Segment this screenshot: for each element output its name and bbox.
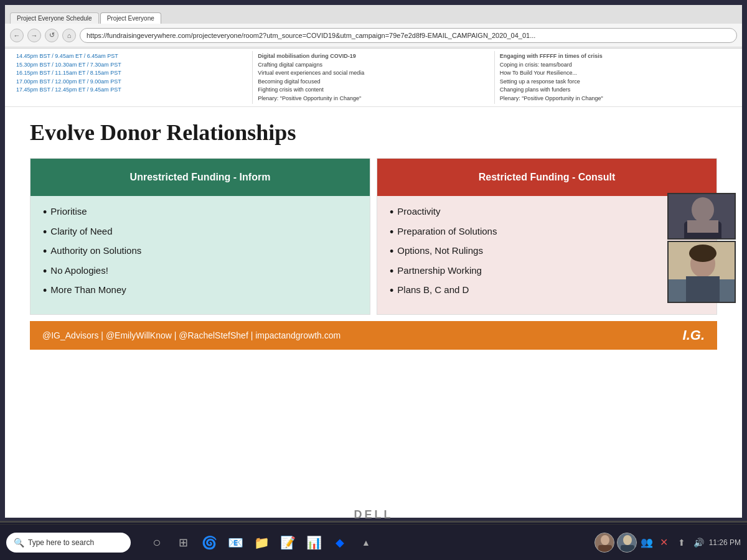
engaging-header: Engaging with FFFFF in times of crisis [500, 52, 731, 61]
dropbox-button[interactable]: ◆ [330, 533, 350, 553]
session-digital-4: Fighting crisis with content [258, 86, 489, 95]
dell-label: DELL [354, 508, 393, 521]
search-icon: 🔍 [14, 538, 24, 548]
restricted-header: Restricted Funding - Consult [377, 159, 716, 196]
bullet-no-apologies: • No Apologies! [43, 265, 357, 279]
bullet-authority: • Authority on Solutions [43, 245, 357, 259]
svg-point-9 [689, 245, 716, 262]
tab-project-everyone[interactable]: Project Everyone [100, 12, 161, 24]
session-engaging-1: Coping in crisis: teams/board [500, 61, 731, 70]
volume-icon[interactable]: 🔊 [692, 535, 707, 550]
webcam-top [667, 193, 736, 240]
outlook-icon: 📧 [228, 535, 243, 550]
svg-point-11 [601, 535, 609, 545]
file-explorer-icon: 📁 [254, 535, 270, 550]
browser-tabs: Project Everyone Schedule Project Everyo… [5, 5, 742, 24]
restricted-body: • Proactivity • Preparation of Solutions… [377, 196, 716, 314]
footer-bar: @IG_Advisors | @EmilyWillKnow | @RachelS… [30, 321, 717, 350]
outlook-button[interactable]: 📧 [225, 533, 245, 553]
upload-icon[interactable]: ⬆ [674, 535, 689, 550]
session-engaging-3: Setting up a response task force [500, 78, 731, 86]
address-bar[interactable] [80, 28, 737, 43]
footer-text: @IG_Advisors | @EmilyWillKnow | @RachelS… [42, 330, 341, 340]
people-icon[interactable]: 👥 [639, 535, 654, 550]
speaker-icon: 🔊 [693, 538, 704, 548]
bullet-dot-2: • [43, 226, 47, 240]
system-tray: 👥 ✕ ⬆ 🔊 11:26 PM [594, 533, 741, 553]
time-entry-2: 15.30pm BST / 10.30am ET / 7.30am PST [16, 61, 247, 70]
browser-content: 14.45pm BST / 9.45am ET / 6.45am PST 15.… [5, 49, 742, 518]
bullet-more-money: • More Than Money [43, 284, 357, 298]
slide-area: Evolve Donor Relationships Unrestricted … [5, 107, 742, 362]
people-tray-icon: 👥 [641, 536, 653, 548]
word-icon: 📝 [280, 535, 296, 550]
taskbar-center-icons: ○ ⊞ 🌀 📧 📁 📝 📊 ◆ ▲ [147, 533, 376, 553]
bullet-clarity: • Clarity of Need [43, 226, 357, 240]
clock-time: 11:26 PM [709, 538, 741, 547]
session-digital-1: Crafting digital campaigns [258, 61, 489, 70]
browser-chrome: Project Everyone Schedule Project Everyo… [5, 5, 742, 49]
webcam-bottom-video [669, 242, 736, 303]
bullet-dot-r2: • [390, 226, 393, 240]
session-engaging-2: How To Build Your Resilience... [500, 69, 731, 78]
time-entry-4: 17.00pm BST / 12.00pm ET / 9.00am PST [16, 78, 247, 86]
bullet-prioritise: • Prioritise [43, 206, 357, 220]
excel-button[interactable]: 📊 [304, 533, 324, 553]
bullet-dot-3: • [43, 245, 47, 259]
session-digital-2: Virtual event experiences and social med… [258, 69, 489, 78]
unrestricted-body: • Prioritise • Clarity of Need • Authori… [31, 196, 370, 314]
edge-browser-button[interactable]: 🌀 [199, 533, 219, 553]
bullet-partnership: • Partnership Working [390, 265, 704, 279]
bullet-dot-r4: • [390, 265, 393, 279]
screen: Project Everyone Schedule Project Everyo… [5, 5, 742, 518]
session-digital-5: Plenary: "Positive Opportunity in Change… [258, 95, 489, 103]
show-more-button[interactable]: ▲ [356, 533, 376, 553]
bullet-dot-1: • [43, 206, 47, 220]
edge-icon: 🌀 [202, 535, 217, 550]
avatar-1 [594, 533, 614, 553]
tab-schedule[interactable]: Project Everyone Schedule [10, 12, 99, 24]
session-engaging-4: Changing plans with funders [500, 86, 731, 95]
task-view-icon: ⊞ [179, 536, 188, 549]
webcam-top-video [669, 194, 736, 240]
windows-button[interactable]: ○ [147, 533, 167, 553]
session-digital-3: Becoming digital focused [258, 78, 489, 86]
bullet-plans: • Plans B, C and D [390, 284, 704, 298]
excel-icon: 📊 [306, 535, 322, 550]
upload-arrow-icon: ⬆ [678, 538, 685, 548]
browser-toolbar: ← → ↺ ⌂ [5, 24, 742, 47]
taskbar-time: 11:26 PM [709, 538, 741, 547]
svg-point-1 [692, 197, 714, 222]
task-view-button[interactable]: ⊞ [173, 533, 193, 553]
bullet-dot-r3: • [390, 245, 393, 259]
webcam-bottom [667, 241, 736, 303]
bullet-proactivity: • Proactivity [390, 206, 704, 220]
close-icon: ✕ [660, 536, 668, 548]
digital-header: Digital mobilisation during COVID-19 [258, 52, 489, 61]
time-entry-5: 17.45pm BST / 12.45pm ET / 9.45am PST [16, 86, 247, 95]
bullet-dot-4: • [43, 265, 47, 279]
schedule-columns: 14.45pm BST / 9.45am ET / 6.45am PST 15.… [11, 51, 736, 104]
schedule-engaging-col: Engaging with FFFFF in times of crisis C… [494, 51, 736, 104]
schedule-digital-col: Digital mobilisation during COVID-19 Cra… [252, 51, 494, 104]
taskbar-search-box[interactable]: 🔍 Type here to search [6, 533, 131, 553]
back-button[interactable]: ← [10, 29, 24, 42]
svg-rect-15 [621, 545, 634, 553]
refresh-button[interactable]: ↺ [45, 29, 59, 42]
avatar-1-image [595, 533, 614, 553]
time-entry-3: 16.15pm BST / 11.15am ET / 8.15am PST [16, 69, 247, 78]
slide-title: Evolve Donor Relationships [30, 119, 717, 146]
word-button[interactable]: 📝 [278, 533, 298, 553]
schedule-times-col: 14.45pm BST / 9.45am ET / 6.45am PST 15.… [11, 51, 252, 104]
svg-rect-3 [687, 220, 718, 233]
bullet-options: • Options, Not Rulings [390, 245, 704, 259]
forward-button[interactable]: → [27, 29, 41, 42]
file-explorer-button[interactable]: 📁 [251, 533, 271, 553]
windows-circle-icon: ○ [153, 534, 161, 551]
unrestricted-header: Unrestricted Funding - Inform [31, 159, 370, 196]
home-button[interactable]: ⌂ [62, 29, 76, 42]
time-entry-1: 14.45pm BST / 9.45am ET / 6.45am PST [16, 52, 247, 61]
svg-rect-12 [598, 545, 612, 553]
bullet-dot-r5: • [390, 284, 393, 298]
close-tray-button[interactable]: ✕ [657, 535, 672, 550]
